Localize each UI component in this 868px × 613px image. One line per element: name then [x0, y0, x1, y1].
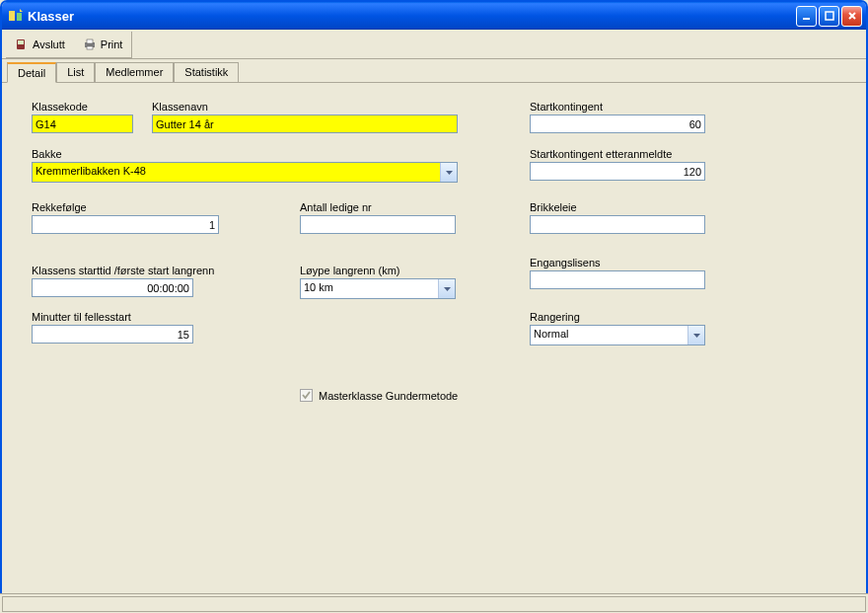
brikkeleie-label: Brikkeleie	[530, 201, 705, 213]
toolbar: Avslutt Print	[2, 30, 866, 59]
engangslisens-input[interactable]	[530, 270, 705, 289]
loype-langrenn-combo[interactable]: 10 km	[300, 278, 456, 299]
masterklasse-checkbox[interactable]	[300, 389, 313, 402]
minutter-fellesstart-label: Minutter til fellesstart	[32, 311, 193, 323]
svg-rect-0	[9, 11, 15, 21]
svg-rect-8	[87, 46, 93, 49]
printer-icon	[83, 38, 97, 51]
engangslisens-label: Engangslisens	[530, 257, 705, 268]
bakke-combo[interactable]: Kremmerlibakken K-48	[32, 162, 458, 183]
window-title: Klasser	[28, 9, 796, 24]
klassekode-label: Klassekode	[32, 101, 133, 113]
klassens-starttid-input[interactable]	[32, 278, 193, 297]
dropdown-arrow-icon[interactable]	[687, 326, 704, 345]
detail-panel: Klassekode Klassenavn Bakke Kremmerlibak…	[2, 83, 866, 586]
rangering-combo[interactable]: Normal	[530, 325, 705, 345]
startkontingent-etter-label: Startkontingent etteranmeldte	[530, 148, 705, 160]
klassekode-input[interactable]	[32, 115, 133, 133]
antall-ledige-label: Antall ledige nr	[300, 201, 456, 213]
tabs: Detail List Medlemmer Statistikk	[2, 59, 866, 83]
minutter-fellesstart-input[interactable]	[32, 325, 193, 344]
rangering-label: Rangering	[530, 311, 705, 323]
brikkeleie-input[interactable]	[530, 215, 705, 234]
close-button[interactable]	[841, 6, 862, 27]
startkontingent-input[interactable]	[530, 115, 705, 133]
maximize-button[interactable]	[819, 6, 839, 27]
tab-list[interactable]: List	[56, 62, 95, 82]
titlebar: Klasser	[2, 2, 866, 30]
avslutt-label: Avslutt	[33, 38, 65, 50]
svg-rect-1	[17, 13, 22, 21]
print-button[interactable]: Print	[74, 32, 132, 57]
startkontingent-etter-input[interactable]	[530, 162, 705, 181]
loype-langrenn-label: Løype langrenn (km)	[300, 265, 456, 276]
exit-icon	[15, 38, 29, 51]
svg-rect-3	[826, 12, 833, 20]
masterklasse-label: Masterklasse Gundermetode	[319, 390, 458, 402]
dropdown-arrow-icon[interactable]	[438, 279, 455, 298]
status-panel	[2, 596, 866, 612]
print-label: Print	[101, 38, 123, 50]
loype-langrenn-value: 10 km	[301, 279, 438, 298]
svg-rect-5	[18, 40, 24, 44]
avslutt-button[interactable]: Avslutt	[6, 32, 74, 57]
svg-rect-7	[87, 39, 93, 43]
app-icon	[8, 8, 24, 24]
klassens-starttid-label: Klassens starttid /første start langrenn	[32, 265, 214, 276]
tab-detail[interactable]: Detail	[7, 62, 56, 83]
startkontingent-label: Startkontingent	[530, 101, 705, 113]
rekkefolge-input[interactable]	[32, 215, 219, 234]
klassenavn-label: Klassenavn	[152, 101, 458, 113]
dropdown-arrow-icon[interactable]	[440, 163, 457, 182]
bakke-label: Bakke	[32, 148, 458, 160]
antall-ledige-input[interactable]	[300, 215, 456, 234]
rekkefolge-label: Rekkefølge	[32, 201, 219, 213]
status-bar	[0, 593, 868, 613]
minimize-button[interactable]	[796, 6, 817, 27]
bakke-value: Kremmerlibakken K-48	[33, 163, 440, 182]
tab-statistikk[interactable]: Statistikk	[174, 62, 239, 82]
svg-rect-2	[803, 18, 810, 20]
tab-medlemmer[interactable]: Medlemmer	[95, 62, 174, 82]
rangering-value: Normal	[531, 326, 687, 345]
check-icon	[301, 390, 312, 401]
klassenavn-input[interactable]	[152, 115, 458, 133]
